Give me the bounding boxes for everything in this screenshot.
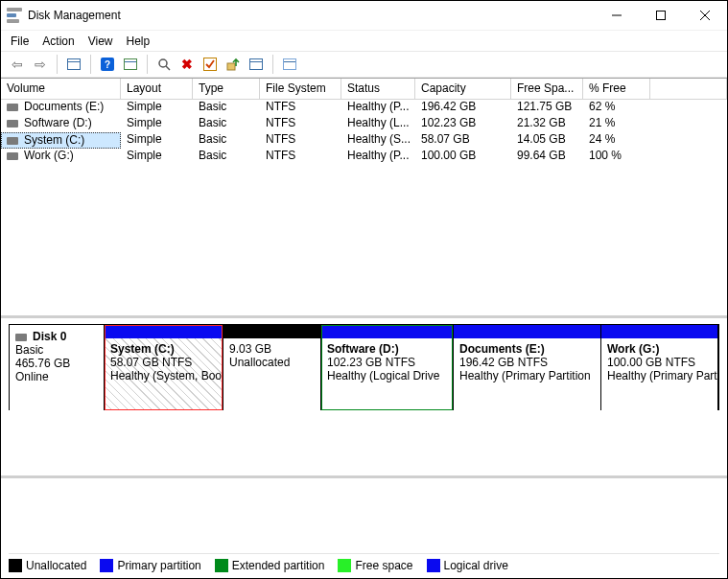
legend: Unallocated Primary partition Extended p… xyxy=(9,553,719,572)
col-freespace[interactable]: Free Spa... xyxy=(511,79,583,100)
properties-button[interactable] xyxy=(246,54,267,75)
menubar: File Action View Help xyxy=(1,30,727,51)
list-button[interactable] xyxy=(279,54,300,75)
svg-rect-7 xyxy=(227,63,235,70)
partition-block[interactable]: Work (G:)100.00 GB NTFSHealthy (Primary … xyxy=(601,325,718,410)
delete-button[interactable]: ✖ xyxy=(176,54,198,75)
toolbar: ⇦ ⇨ ? ✖ xyxy=(1,51,727,78)
window-title: Disk Management xyxy=(28,9,121,22)
menu-view[interactable]: View xyxy=(88,35,113,48)
menu-file[interactable]: File xyxy=(11,35,29,48)
show-hide-button[interactable] xyxy=(63,54,84,75)
menu-action[interactable]: Action xyxy=(42,35,74,48)
rescan-button[interactable] xyxy=(153,54,175,75)
partition-block[interactable]: 9.03 GBUnallocated xyxy=(223,325,321,410)
disk-graphical-view: Disk 0 Basic 465.76 GB Online System (C:… xyxy=(1,315,727,478)
col-filesystem[interactable]: File System xyxy=(260,79,341,100)
col-status[interactable]: Status xyxy=(341,79,415,100)
table-row[interactable]: Work (G:)SimpleBasicNTFSHealthy (P...100… xyxy=(1,149,727,165)
col-pctfree[interactable]: % Free xyxy=(583,79,650,100)
check-button[interactable] xyxy=(200,54,221,75)
partition-block[interactable]: Software (D:)102.23 GB NTFSHealthy (Logi… xyxy=(321,325,454,410)
volume-table: Volume Layout Type File System Status Ca… xyxy=(1,78,727,315)
svg-point-4 xyxy=(159,59,167,67)
partition-block[interactable]: Documents (E:)196.42 GB NTFSHealthy (Pri… xyxy=(454,325,601,410)
minimize-button[interactable] xyxy=(595,1,639,30)
forward-button[interactable]: ⇨ xyxy=(30,54,51,75)
disk-label[interactable]: Disk 0 Basic 465.76 GB Online xyxy=(9,325,105,410)
app-icon xyxy=(7,8,22,23)
export-button[interactable] xyxy=(223,54,244,75)
back-button[interactable]: ⇦ xyxy=(7,54,28,75)
col-type[interactable]: Type xyxy=(193,79,260,100)
col-volume[interactable]: Volume xyxy=(1,79,121,100)
partition-block[interactable]: System (C:)58.07 GB NTFSHealthy (System,… xyxy=(105,325,223,410)
col-layout[interactable]: Layout xyxy=(121,79,193,100)
col-capacity[interactable]: Capacity xyxy=(415,79,511,100)
close-button[interactable] xyxy=(683,1,727,30)
titlebar: Disk Management xyxy=(1,1,727,30)
table-row[interactable]: System (C:)SimpleBasicNTFSHealthy (S...5… xyxy=(1,132,727,149)
table-row[interactable]: Software (D:)SimpleBasicNTFSHealthy (L..… xyxy=(1,116,727,132)
help-button[interactable]: ? xyxy=(97,54,118,75)
table-row[interactable]: Documents (E:)SimpleBasicNTFSHealthy (P.… xyxy=(1,100,727,116)
svg-rect-6 xyxy=(204,58,217,71)
menu-help[interactable]: Help xyxy=(127,35,151,48)
maximize-button[interactable] xyxy=(639,1,683,30)
table-header-row: Volume Layout Type File System Status Ca… xyxy=(1,79,727,100)
svg-rect-1 xyxy=(657,12,666,20)
svg-line-5 xyxy=(166,66,170,70)
settings-button[interactable] xyxy=(120,54,141,75)
